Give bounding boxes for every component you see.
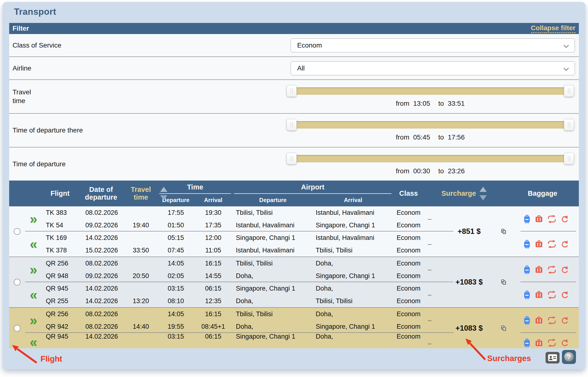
filter-header-bar: Filter Collapse filter (9, 23, 579, 34)
baggage-icon[interactable] (535, 240, 543, 248)
undo-icon[interactable] (561, 266, 569, 274)
arrival-time: 16:15 (194, 308, 233, 320)
column-header-travel-time[interactable]: Travel time (124, 180, 158, 206)
question-icon (564, 352, 574, 362)
sort-descending-icon[interactable] (160, 195, 167, 200)
travel-time: 20:50 (124, 270, 158, 282)
surcharge-amount: +1083 $ (435, 257, 493, 307)
carry-on-bag-icon[interactable] (523, 338, 531, 347)
exchange-icon[interactable] (547, 317, 556, 324)
chevron-down-icon (564, 43, 569, 47)
copy-segments-icon[interactable] (493, 308, 506, 348)
leg-divider (25, 231, 453, 231)
departure-date: 08.02.2026 (78, 308, 124, 320)
exchange-icon[interactable] (547, 240, 556, 248)
arrival-airport: Singapore, Changi 1 (313, 320, 393, 333)
collapse-filter-link[interactable]: Collapse filter (531, 24, 576, 33)
column-header-class[interactable]: Class (393, 180, 424, 206)
undo-icon[interactable] (561, 291, 569, 299)
flight-radio-input[interactable] (14, 279, 21, 285)
airline-value: All (297, 64, 305, 72)
departure-date: 08.02.2026 (78, 320, 124, 333)
flight-option-1[interactable]: TK 383 08.02.2026 17:55 19:30 Tbilisi, T… (9, 206, 579, 257)
copy-segments-icon[interactable] (493, 206, 506, 257)
carry-on-bag-icon[interactable] (523, 214, 531, 224)
departure-time: 03:15 (158, 333, 194, 340)
departure-airport: Tbilisi, Tbilisi (233, 308, 313, 320)
baggage-icon[interactable] (535, 339, 543, 347)
departure-range-slider[interactable] (286, 153, 574, 164)
baggage-icon[interactable] (535, 291, 543, 298)
arrival-airport: Istanbul, Havalimani (313, 206, 393, 219)
range-max-value: 33:51 (448, 100, 465, 107)
departure-date: 14.02.2026 (78, 282, 124, 295)
undo-icon[interactable] (561, 317, 569, 324)
carry-on-bag-icon[interactable] (523, 290, 531, 299)
departure-there-range-slider[interactable] (286, 119, 574, 130)
travel-time-label: Travel time (12, 88, 31, 106)
undo-icon[interactable] (561, 215, 569, 223)
carry-on-bag-icon[interactable] (523, 265, 531, 274)
flight-number: QR 942 (42, 320, 78, 333)
sort-ascending-icon[interactable] (479, 187, 487, 192)
range-min-value: 13:05 (413, 100, 430, 107)
departure-date: 09.02.2026 (78, 270, 124, 282)
carry-on-bag-icon[interactable] (523, 240, 531, 248)
slider-handle-min[interactable] (286, 119, 297, 130)
baggage-actions (506, 206, 579, 231)
class-of-service-select[interactable]: Econom (291, 38, 575, 52)
sort-arrows (479, 187, 487, 200)
flight-number: QR 945 (42, 282, 78, 295)
slider-handle-max[interactable] (564, 119, 574, 130)
slider-handle-max[interactable] (564, 153, 574, 164)
slider-handle-min[interactable] (286, 85, 297, 97)
copy-segments-icon[interactable] (493, 257, 506, 307)
service-class: Econom (393, 320, 424, 333)
airline-select[interactable]: All (291, 61, 575, 75)
service-class: Econom (393, 244, 424, 257)
baggage-allowance-dash: – (424, 231, 435, 257)
exchange-icon[interactable] (547, 291, 556, 299)
departure-airport: Tbilisi, Tbilisi (233, 206, 313, 219)
flight-radio[interactable] (9, 308, 25, 348)
slider-track[interactable] (288, 121, 572, 129)
flight-radio[interactable] (9, 257, 25, 307)
departure-time: 02:05 (158, 270, 194, 282)
column-group-time: Time (158, 180, 233, 194)
baggage-icon[interactable] (535, 317, 543, 324)
carry-on-bag-icon[interactable] (523, 316, 531, 325)
slider-track[interactable] (288, 87, 572, 94)
column-header-surcharge[interactable]: Surcharge (435, 180, 493, 206)
slider-handle-min[interactable] (286, 153, 297, 164)
slider-track[interactable] (288, 155, 572, 162)
undo-icon[interactable] (561, 339, 569, 347)
arrival-airport: Doha, (313, 257, 393, 270)
service-class: Econom (393, 333, 424, 340)
undo-icon[interactable] (561, 240, 569, 248)
flight-radio[interactable] (9, 206, 25, 257)
arrival-time: 16:15 (194, 257, 233, 270)
contact-card-button[interactable] (545, 352, 560, 364)
exchange-icon[interactable] (547, 339, 556, 347)
baggage-icon[interactable] (535, 266, 543, 273)
sort-descending-icon[interactable] (479, 195, 487, 200)
flight-number: QR 255 (42, 295, 78, 307)
flight-radio-input[interactable] (14, 228, 21, 235)
flight-option-3-selected[interactable]: QR 256 08.02.2026 14:05 16:15 Tbilisi, T… (9, 307, 579, 348)
exchange-icon[interactable] (547, 215, 556, 223)
travel-time: 19:40 (124, 219, 158, 231)
travel-time-range-text: from13:05to33:51 (286, 100, 574, 107)
filter-section: Filter Collapse filter Class of Service … (9, 23, 579, 180)
exchange-icon[interactable] (547, 266, 556, 274)
travel-time-range-slider[interactable] (286, 85, 574, 97)
column-header-flight[interactable]: Flignt (42, 180, 78, 206)
departure-airport: Istanbul, Havalimani (233, 219, 313, 231)
flight-number: QR 945 (42, 333, 78, 340)
flight-radio-input[interactable] (14, 325, 21, 332)
departure-airport: Doha, (233, 295, 313, 307)
baggage-icon[interactable] (535, 215, 543, 223)
column-header-date[interactable]: Date of departure (78, 180, 124, 206)
slider-handle-max[interactable] (564, 85, 574, 97)
help-button[interactable] (562, 350, 576, 364)
flight-option-2[interactable]: QR 256 08.02.2026 14:05 16:15 Tbilisi, T… (9, 257, 579, 307)
